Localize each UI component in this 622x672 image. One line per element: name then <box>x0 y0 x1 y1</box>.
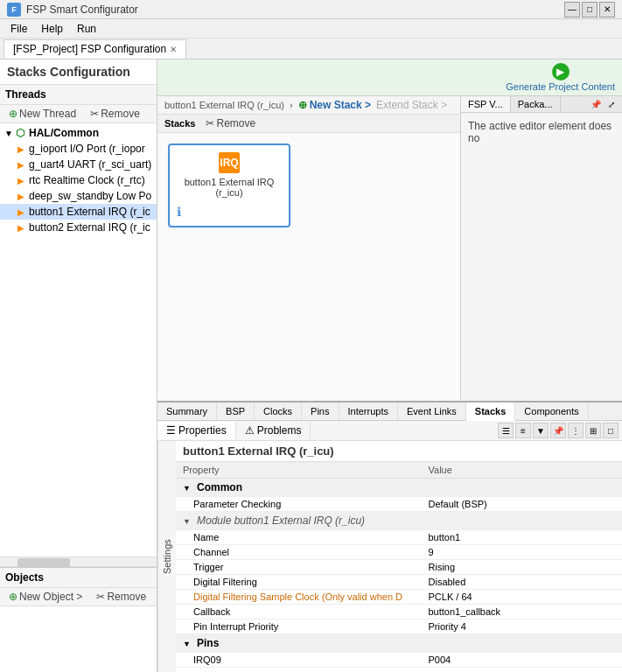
stack-node[interactable]: IRQ button1 External IRQ (r_icu) ℹ <box>168 144 290 228</box>
val-trigger: Rising <box>422 560 623 575</box>
tree-item-g-uart4[interactable]: ▶ g_uart4 UART (r_sci_uart) <box>0 157 157 172</box>
menu-help[interactable]: Help <box>34 21 70 37</box>
objects-toolbar: ⊕ New Object > ✂ Remove <box>0 588 157 606</box>
objects-remove-button[interactable]: ✂ Remove <box>93 590 150 604</box>
prop-callback: Callback <box>176 605 422 620</box>
new-object-icon: ⊕ <box>9 591 17 603</box>
tab-pins[interactable]: Pins <box>302 402 339 420</box>
group-module: ▼ Module button1 External IRQ (r_icu) <box>176 512 622 530</box>
list-icon-btn[interactable]: ≡ <box>515 423 531 438</box>
prop-irq09: IRQ09 <box>176 653 422 668</box>
collapse-icon-common[interactable]: ▼ <box>183 484 191 493</box>
col-property: Property <box>176 462 422 479</box>
title-bar-left: F FSP Smart Configurator <box>7 3 138 17</box>
maximize-icon-btn[interactable]: □ <box>603 423 619 438</box>
grid-icon-btn[interactable]: ⊞ <box>585 423 601 438</box>
horizontal-scrollbar[interactable] <box>0 556 157 567</box>
prop-name: Name <box>176 530 422 545</box>
leaf-icon: ▶ <box>17 207 24 217</box>
right-tab-fsp[interactable]: FSP V... <box>461 96 511 112</box>
val-digital-filtering: Disabled <box>422 575 623 590</box>
menu-run[interactable]: Run <box>70 21 103 37</box>
right-panel-icon-btns: 📌 ⤢ <box>585 97 622 111</box>
tree-item-button1[interactable]: ▶ button1 External IRQ (r_ic <box>0 204 157 220</box>
filter-icon-btn[interactable]: ☰ <box>498 423 514 438</box>
stacks-remove-button[interactable]: ✂ Remove <box>202 116 259 130</box>
sub-tab-properties[interactable]: ☰ Properties <box>157 422 236 439</box>
tab-components[interactable]: Components <box>515 402 588 420</box>
objects-canvas <box>0 606 157 659</box>
tab-stacks[interactable]: Stacks <box>466 402 515 421</box>
right-tab-packa[interactable]: Packa... <box>511 96 561 112</box>
info-icon[interactable]: ℹ <box>177 205 181 219</box>
stack-node-icon: IRQ <box>219 152 240 173</box>
title-bar-controls: — □ ✕ <box>564 2 615 18</box>
tree-item-label: rtc Realtime Clock (r_rtc) <box>29 174 145 186</box>
row-pin-interrupt-priority: Pin Interrupt Priority Priority 4 <box>176 620 622 634</box>
val-parameter-checking: Default (BSP) <box>422 497 623 512</box>
new-thread-icon: ⊕ <box>9 108 17 120</box>
collapse-icon-module[interactable]: ▼ <box>183 517 191 526</box>
tree-item-rtc[interactable]: ▶ rtc Realtime Clock (r_rtc) <box>0 172 157 188</box>
title-bar: F FSP Smart Configurator — □ ✕ <box>0 0 622 19</box>
expand-icon: ▼ <box>3 128 14 138</box>
new-thread-button[interactable]: ⊕ New Thread <box>5 107 80 121</box>
bottom-sub-toolbar: ☰ Properties ⚠ Problems ☰ ≡ ▼ 📌 ⋮ ⊞ □ <box>157 421 622 441</box>
extend-stack-label: Extend Stack > <box>376 99 447 111</box>
properties-main: button1 External IRQ (r_icu) Property Va… <box>176 441 622 672</box>
val-name: button1 <box>422 530 623 545</box>
generate-bar: ▶ Generate Project Content <box>157 60 622 96</box>
generate-label: Generate Project Content <box>506 81 615 92</box>
leaf-icon: ▶ <box>17 223 24 233</box>
new-stack-button[interactable]: ⊕ New Stack > <box>298 99 371 111</box>
group-pins: ▼ Pins <box>176 634 622 653</box>
col-value: Value <box>422 462 623 479</box>
tree-item-label: button2 External IRQ (r_ic <box>29 221 150 234</box>
stack-node-title: button1 External IRQ (r_icu) <box>177 177 282 198</box>
val-channel: 9 <box>422 545 623 560</box>
new-object-button[interactable]: ⊕ New Object > <box>5 590 86 604</box>
remove-label: Remove <box>216 117 255 130</box>
collapse-icon-pins[interactable]: ▼ <box>183 640 191 648</box>
tab-clocks[interactable]: Clocks <box>255 402 302 420</box>
pin2-icon-btn[interactable]: 📌 <box>550 423 566 438</box>
minimize-button[interactable]: — <box>564 2 580 18</box>
threads-remove-button[interactable]: ✂ Remove <box>87 107 143 121</box>
menu-file[interactable]: File <box>3 21 34 37</box>
objects-header: Objects <box>0 568 157 588</box>
row-sample-clock: Digital Filtering Sample Clock (Only val… <box>176 590 622 605</box>
tree-item-hal-common[interactable]: ▼ ⬡ HAL/Common <box>0 125 157 141</box>
remove-label: Remove <box>107 591 146 603</box>
group-label-common: Common <box>197 481 242 494</box>
maximize-button[interactable]: □ <box>582 2 598 18</box>
prop-trigger: Trigger <box>176 560 422 575</box>
properties-label: Properties <box>178 424 227 437</box>
generate-project-button[interactable]: ▶ Generate Project Content <box>506 63 615 92</box>
tab-bsp[interactable]: BSP <box>217 402 255 420</box>
tab-bar: [FSP_Project] FSP Configuration ✕ <box>0 38 622 60</box>
content-area: ▶ Generate Project Content button1 Exter… <box>157 60 622 672</box>
new-stack-label: New Stack > <box>310 99 371 111</box>
right-panel-pin-icon[interactable]: 📌 <box>589 97 603 111</box>
tree-item-deep-sw[interactable]: ▶ deep_sw_standby Low Po <box>0 188 157 204</box>
filter2-icon-btn[interactable]: ▼ <box>533 423 549 438</box>
row-channel: Channel 9 <box>176 545 622 560</box>
close-button[interactable]: ✕ <box>599 2 615 18</box>
bottom-section: Summary BSP Clocks Pins Interrupts Event… <box>157 401 622 672</box>
leaf-icon: ▶ <box>17 144 24 154</box>
stacks-header: button1 External IRQ (r_icu) › ⊕ New Sta… <box>157 96 460 115</box>
stacks-panel: button1 External IRQ (r_icu) › ⊕ New Sta… <box>157 96 460 401</box>
tab-event-links[interactable]: Event Links <box>398 402 466 420</box>
tree-item-g-ioport[interactable]: ▶ g_ioport I/O Port (r_iopor <box>0 141 157 157</box>
main-tab[interactable]: [FSP_Project] FSP Configuration ✕ <box>3 39 186 59</box>
tab-interrupts[interactable]: Interrupts <box>339 402 398 420</box>
row-digital-filtering: Digital Filtering Disabled <box>176 575 622 590</box>
dots-icon-btn[interactable]: ⋮ <box>568 423 584 438</box>
row-irq09: IRQ09 P004 <box>176 653 622 668</box>
tab-close-icon[interactable]: ✕ <box>170 45 177 54</box>
remove-icon: ✂ <box>96 591 105 603</box>
tree-item-button2[interactable]: ▶ button2 External IRQ (r_ic <box>0 220 157 235</box>
right-panel-expand-icon[interactable]: ⤢ <box>605 97 619 111</box>
tab-summary[interactable]: Summary <box>157 402 217 420</box>
sub-tab-problems[interactable]: ⚠ Problems <box>236 422 311 439</box>
